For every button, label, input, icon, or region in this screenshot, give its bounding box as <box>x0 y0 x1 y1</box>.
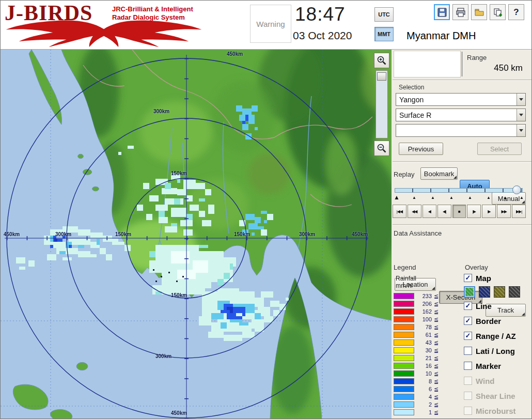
fast-forward-button[interactable]: ▶▶ <box>497 205 511 218</box>
map-color-swatch-navy[interactable] <box>479 286 490 298</box>
ring-label-top-150: 150km <box>171 170 187 176</box>
ring-label-left-150: 150km <box>115 231 131 237</box>
export-image-button[interactable] <box>490 4 506 20</box>
help-button[interactable]: ? <box>508 4 524 20</box>
legend-swatch <box>394 378 414 384</box>
map-color-swatch-green[interactable] <box>464 286 475 298</box>
skip-to-end-button[interactable]: ▶▶| <box>512 205 526 218</box>
overlay-label: Overlay <box>465 263 488 271</box>
product-dropdown-arrow-button[interactable] <box>517 109 525 121</box>
legend-row: 6≦ <box>394 385 461 393</box>
overlay-row-map[interactable]: ✓ Map <box>464 273 491 283</box>
play-button[interactable]: ▶ <box>482 205 496 218</box>
overlay-row-line[interactable]: ✓ Line <box>464 301 492 311</box>
ring-label-right-300: 300km <box>299 231 315 237</box>
print-button[interactable] <box>452 4 468 20</box>
lati-long-checkbox[interactable]: ✓ <box>464 347 472 355</box>
legend-value: 21 <box>416 354 432 362</box>
play-reverse-button[interactable]: ◀ <box>423 205 436 218</box>
product-dropdown-value: Surface R <box>396 109 517 121</box>
bookmark-button[interactable]: Bookmark <box>420 167 458 180</box>
legend-le-symbol: ≦ <box>434 292 439 300</box>
range-value: 450 km <box>464 63 523 73</box>
zoom-out-button[interactable] <box>374 141 389 156</box>
mmt-toggle-button[interactable]: MMT <box>374 27 394 41</box>
station-title: Myanmar DMH <box>406 30 476 42</box>
overlay-item-label: Line <box>476 302 492 311</box>
replay-slider-handle[interactable] <box>512 185 521 194</box>
legend-value: 1 <box>416 409 432 416</box>
site-dropdown[interactable]: Yangon <box>396 93 526 106</box>
skip-to-start-button[interactable]: |◀◀ <box>393 205 406 218</box>
open-folder-button[interactable] <box>471 4 487 20</box>
legend-row: 233≦ <box>394 292 461 300</box>
range-az-checkbox[interactable]: ✓ <box>464 332 472 340</box>
ring-label-bottom-150: 150km <box>171 292 187 298</box>
legend-value: 2 <box>416 401 432 408</box>
fast-rewind-button[interactable]: ◀◀ <box>408 205 421 218</box>
legend-le-symbol: ≦ <box>434 401 439 408</box>
legend-swatch <box>394 308 414 315</box>
range-label: Range <box>467 54 487 61</box>
overlay-item-label: Shear Line <box>476 392 515 400</box>
select-button[interactable]: Select <box>477 143 522 155</box>
slider-tick-icon: ▲ <box>449 194 453 201</box>
app-logo-title: J-BIRDS <box>5 1 92 25</box>
print-icon <box>456 7 466 18</box>
line-checkbox[interactable]: ✓ <box>464 302 472 310</box>
map-checkbox[interactable]: ✓ <box>464 274 472 282</box>
selection-label: Selection <box>399 84 424 91</box>
legend-swatch <box>394 316 414 322</box>
border-checkbox[interactable]: ✓ <box>464 317 472 325</box>
check-icon: ✓ <box>465 274 471 282</box>
legend-le-symbol: ≦ <box>434 323 439 331</box>
save-button[interactable] <box>434 4 450 20</box>
legend-row: 8≦ <box>394 378 461 385</box>
replay-timeline-slider[interactable] <box>395 188 523 193</box>
overlay-row-border[interactable]: ✓ Border <box>464 316 501 326</box>
legend-swatch <box>394 355 414 361</box>
radar-map-viewport[interactable]: 450km 300km 150km 450km 300km 150km 150k… <box>1 50 392 419</box>
utc-toggle-button[interactable]: UTC <box>374 7 394 22</box>
zoom-slider[interactable] <box>375 70 388 138</box>
legend-value: 206 <box>416 300 432 307</box>
legend-row: 10≦ <box>394 370 461 378</box>
stop-button[interactable]: ■ <box>452 205 466 218</box>
chevron-down-icon <box>519 114 523 118</box>
control-panel: Range 450 km Selection Yangon Surface R … <box>392 50 532 419</box>
zoom-in-button[interactable] <box>374 53 389 68</box>
marker-checkbox[interactable]: ✓ <box>464 362 472 370</box>
legend-le-symbol: ≦ <box>434 316 439 323</box>
overlay-item-label: Map <box>476 274 491 283</box>
overlay-row-marker[interactable]: ✓ Marker <box>464 361 501 371</box>
ring-label-right-150: 150km <box>234 231 250 237</box>
overlay-item-label: Wind <box>476 377 495 385</box>
check-icon: ✓ <box>465 317 471 324</box>
ring-label-top-450: 450km <box>227 51 243 57</box>
step-forward-button[interactable]: |▶ <box>467 205 481 218</box>
legend-value: 8 <box>416 378 432 385</box>
overlay-row-range-az[interactable]: ✓ Range / AZ <box>464 331 516 341</box>
map-color-swatch-gray[interactable] <box>509 286 520 298</box>
chevron-down-icon <box>519 129 523 134</box>
previous-button[interactable]: Previous <box>399 143 443 155</box>
legend-row: 100≦ <box>394 316 461 323</box>
extra-dropdown-arrow-button[interactable] <box>517 125 525 136</box>
overlay-item-label: Lati / Long <box>476 347 515 355</box>
legend-value: 10 <box>416 370 432 377</box>
map-color-swatch-olive[interactable] <box>494 286 505 298</box>
range-divider <box>462 52 462 76</box>
overlay-row-microburst: ✓ Microburst <box>464 406 516 416</box>
overlay-row-lati-long[interactable]: ✓ Lati / Long <box>464 346 515 356</box>
site-dropdown-arrow-button[interactable] <box>517 94 525 105</box>
legend-le-symbol: ≦ <box>434 300 439 307</box>
legend-le-symbol: ≦ <box>434 393 439 400</box>
legend-le-symbol: ≦ <box>434 308 439 315</box>
zoom-slider-handle[interactable] <box>377 72 386 81</box>
extra-dropdown[interactable] <box>396 124 526 137</box>
slider-tick-icon: ▲ <box>468 194 472 201</box>
slider-tick-icon: ▲ <box>412 194 416 201</box>
product-dropdown[interactable]: Surface R <box>396 108 526 121</box>
ring-label-bottom-450: 450km <box>171 410 187 416</box>
step-back-button[interactable]: ◀| <box>437 205 451 218</box>
